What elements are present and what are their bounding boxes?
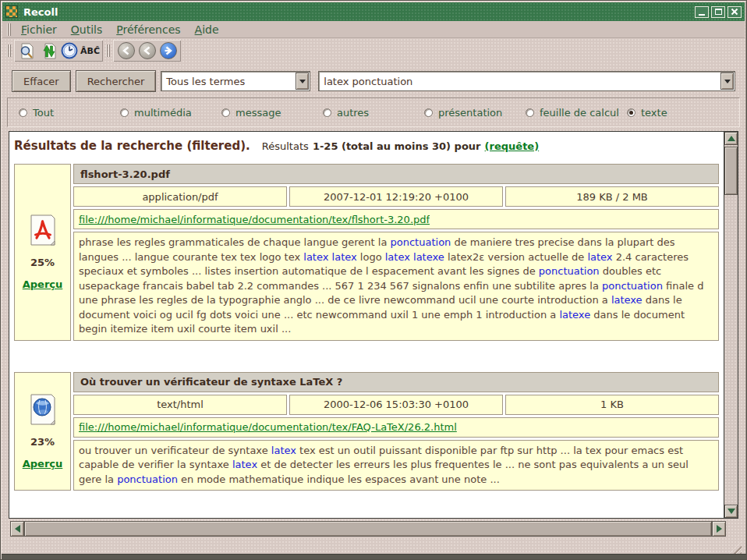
vertical-scroll-thumb[interactable] — [724, 147, 738, 195]
scroll-up-icon — [728, 136, 735, 141]
radio-icon[interactable] — [627, 108, 635, 117]
filter-option-2[interactable]: message — [221, 107, 323, 119]
term-explorer-icon[interactable]: ÂBĈ — [80, 41, 101, 61]
filter-label: multimédia — [134, 107, 192, 119]
horizontal-scrollbar[interactable] — [10, 521, 726, 537]
doc-magnifier-icon — [18, 41, 37, 60]
minimize-icon — [699, 14, 705, 16]
filter-label: Tout — [33, 107, 54, 119]
toolbar: ÂBĈ — [2, 38, 745, 63]
filter-option-0[interactable]: Tout — [19, 107, 120, 119]
radio-icon[interactable] — [526, 108, 534, 117]
close-button[interactable] — [728, 6, 742, 18]
window-bottom-edge — [2, 554, 747, 559]
maximize-button[interactable] — [711, 6, 725, 18]
results-title: Résultats de la recherche (filtered). — [14, 139, 250, 153]
menu-item-1[interactable]: Outils — [64, 22, 109, 37]
relevance-percent: 23% — [30, 436, 55, 448]
recoll-window: Recoll FichierOutilsPréférencesAide — [0, 0, 747, 560]
dropdown-arrow-icon[interactable] — [296, 73, 309, 90]
minimize-button[interactable] — [695, 6, 709, 18]
close-icon — [731, 8, 738, 16]
back-arrow-icon — [118, 42, 135, 59]
history-clock-icon[interactable] — [58, 41, 80, 61]
radio-icon[interactable] — [424, 108, 433, 117]
results-summary-count: 1-25 (total au moins 30) pour — [313, 140, 481, 152]
clear-search-icon[interactable] — [16, 41, 37, 61]
scroll-left-icon — [15, 525, 20, 533]
results-list: Résultats de la recherche (filtered). Ré… — [9, 132, 724, 518]
result-meta-row: application/pdf 2007-12-01 12:19:20 +010… — [73, 186, 719, 207]
toolbar-drag-handle-1[interactable] — [7, 44, 11, 57]
menubar-drag-handle[interactable] — [7, 23, 11, 36]
result-size: 189 KB / 2 MB — [505, 186, 719, 207]
filter-label: autres — [337, 107, 369, 119]
window-title: Recoll — [23, 6, 695, 18]
menu-bar: FichierOutilsPréférencesAide — [2, 21, 745, 38]
search-row: Effacer Rechercher Tous les termes — [12, 69, 735, 93]
filter-option-4[interactable]: présentation — [424, 107, 526, 119]
result-snippet: ou trouver un verificateur de syntaxe la… — [73, 440, 719, 491]
toolbar-drag-handle-2[interactable] — [106, 44, 110, 57]
maximize-icon — [715, 9, 722, 15]
result-side-panel: 25% Aperçu — [14, 164, 71, 341]
filter-label: présentation — [438, 107, 502, 119]
preview-link[interactable]: Aperçu — [23, 278, 63, 290]
result-title: Où trouver un vérificateur de syntaxe La… — [73, 372, 719, 392]
result-meta-row: text/html 2000-12-06 15:03:30 +0100 1 KB — [73, 395, 719, 415]
search-input-combo — [318, 71, 735, 91]
filter-label: message — [235, 107, 281, 119]
search-input[interactable] — [319, 72, 720, 90]
radio-icon[interactable] — [120, 108, 129, 117]
scroll-up-button[interactable] — [724, 132, 738, 145]
query-details-link[interactable]: (requête) — [485, 140, 540, 152]
result-date: 2007-12-01 12:19:20 +0100 — [289, 186, 503, 207]
back-arrow-icon — [139, 42, 156, 59]
result-url-cell: file:///home/michael/informatique/docume… — [73, 417, 719, 438]
next-page-button[interactable] — [158, 41, 179, 61]
resize-grip[interactable] — [729, 541, 742, 554]
first-page-button[interactable] — [115, 41, 136, 61]
query-type-value: Tous les termes — [161, 76, 296, 87]
scroll-left-button[interactable] — [10, 521, 24, 537]
vertical-scroll-track[interactable] — [724, 195, 738, 505]
forward-arrow-icon — [160, 42, 177, 59]
previous-page-button[interactable] — [136, 41, 158, 61]
result-item: 23% Aperçu Où trouver un vérificateur de… — [14, 372, 719, 491]
search-button[interactable]: Rechercher — [76, 70, 157, 92]
result-url-link[interactable]: file:///home/michael/informatique/docume… — [79, 421, 457, 433]
filter-option-3[interactable]: autres — [323, 107, 424, 119]
clear-button[interactable]: Effacer — [12, 70, 71, 92]
vertical-scrollbar[interactable] — [724, 132, 738, 518]
radio-icon[interactable] — [19, 108, 27, 117]
search-history-arrow-icon[interactable] — [720, 73, 734, 90]
title-bar[interactable]: Recoll — [2, 2, 745, 21]
preview-link[interactable]: Aperçu — [23, 458, 63, 470]
radio-icon[interactable] — [221, 108, 230, 117]
radio-icon[interactable] — [323, 108, 331, 117]
status-bar — [2, 539, 746, 555]
result-side-panel: 23% Aperçu — [14, 372, 71, 491]
query-type-select[interactable]: Tous les termes — [161, 71, 310, 91]
horizontal-scroll-thumb[interactable] — [24, 521, 712, 537]
scroll-right-button[interactable] — [712, 521, 726, 537]
results-heading: Résultats de la recherche (filtered). Ré… — [14, 138, 719, 153]
file-type-icon — [29, 214, 57, 246]
menu-item-2[interactable]: Préférences — [109, 22, 187, 37]
menu-item-3[interactable]: Aide — [188, 22, 226, 37]
result-url-cell: file:///home/michael/informatique/docume… — [73, 209, 719, 229]
toolbar-group-nav — [113, 40, 181, 62]
result-title: flshort-3.20.pdf — [73, 164, 719, 184]
filter-option-1[interactable]: multimédia — [120, 107, 221, 119]
result-size: 1 KB — [505, 395, 719, 415]
filter-label: texte — [641, 107, 667, 119]
result-item: 25% Aperçu flshort-3.20.pdf application/… — [14, 164, 719, 341]
scroll-down-button[interactable] — [724, 505, 738, 518]
document-type-filter: Tout multimédia message autres présentat… — [7, 97, 740, 127]
sort-document-icon[interactable] — [37, 41, 58, 61]
filter-option-5[interactable]: feuille de calcul — [526, 107, 627, 119]
menu-item-0[interactable]: Fichier — [14, 22, 64, 37]
toolbar-group-main: ÂBĈ — [14, 40, 103, 62]
filter-option-6[interactable]: texte — [627, 107, 728, 119]
result-url-link[interactable]: file:///home/michael/informatique/docume… — [79, 214, 430, 225]
